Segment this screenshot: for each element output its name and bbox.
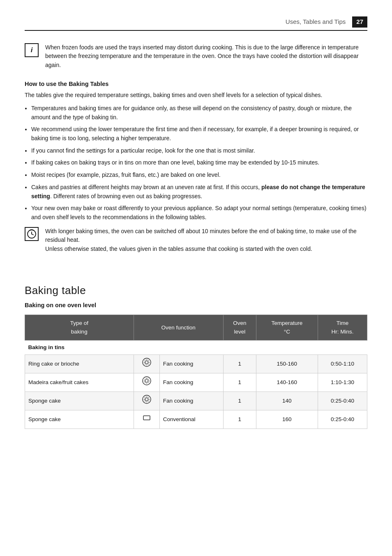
row-sponge1-level: 1	[223, 392, 256, 410]
table-row: Madeira cake/fruit cakes Fan cooking 1	[25, 373, 367, 392]
row-ring-cake-icon	[134, 355, 159, 373]
row-sponge1-temp: 140	[256, 392, 318, 410]
clock-text-2: Unless otherwise stated, the values give…	[45, 246, 312, 252]
baking-table-section: Baking table Baking on one oven level Ty…	[25, 283, 367, 429]
clock-icon	[25, 227, 39, 241]
col-temperature: Temperature°C	[256, 315, 318, 341]
row-madeira-level: 1	[223, 373, 256, 392]
section-label-baking-in-tins: Baking in tins	[25, 340, 367, 354]
row-ring-cake-type: Ring cake or brioche	[25, 355, 134, 373]
bullet-2: We recommend using the lower temperature…	[31, 125, 367, 143]
col-oven-level: Ovenlevel	[223, 315, 256, 341]
svg-point-4	[145, 361, 148, 364]
info-block-clock: With longer baking times, the oven can b…	[25, 227, 367, 254]
row-ring-cake-function: Fan cooking	[159, 355, 223, 373]
row-madeira-type: Madeira cake/fruit cakes	[25, 373, 134, 392]
row-sponge2-level: 1	[223, 410, 256, 429]
row-madeira-time: 1:10-1:30	[318, 373, 367, 392]
row-sponge1-icon	[134, 392, 159, 410]
row-sponge2-icon	[134, 410, 159, 429]
baking-table: Type ofbaking Oven function Ovenlevel Te…	[25, 315, 367, 429]
bullet-4: If baking cakes on baking trays or in ti…	[31, 158, 367, 167]
row-ring-cake-level: 1	[223, 355, 256, 373]
svg-point-7	[143, 395, 151, 403]
svg-line-2	[32, 234, 33, 235]
bullet-1: Temperatures and baking times are for gu…	[31, 104, 367, 122]
table-row: Sponge cake Fan cooking 1 140	[25, 392, 367, 410]
info-frozen-text: When frozen foods are used the trays ins…	[45, 43, 367, 70]
col-type-of-baking: Type ofbaking	[25, 315, 134, 341]
info-icon: i	[25, 43, 39, 57]
bullet-3: If you cannot find the settings for a pa…	[31, 146, 367, 155]
section-baking-in-tins: Baking in tins	[25, 340, 367, 354]
row-sponge2-time: 0:25-0:40	[318, 410, 367, 429]
row-sponge1-time: 0:25-0:40	[318, 392, 367, 410]
page-header: Uses, Tables and Tips 27	[25, 16, 367, 31]
row-sponge2-temp: 160	[256, 410, 318, 429]
header-title: Uses, Tables and Tips	[286, 17, 346, 27]
clock-text-1: With longer baking times, the oven can b…	[45, 228, 357, 243]
row-madeira-temp: 140-160	[256, 373, 318, 392]
how-to-use-heading: How to use the Baking Tables	[25, 80, 367, 89]
table-header-row: Type ofbaking Oven function Ovenlevel Te…	[25, 315, 367, 341]
how-to-use-section: How to use the Baking Tables The tables …	[25, 80, 367, 222]
svg-rect-9	[143, 416, 150, 420]
row-sponge1-function: Fan cooking	[159, 392, 223, 410]
bullet-5: Moist recipes (for example, pizzas, frui…	[31, 171, 367, 180]
row-sponge2-type: Sponge cake	[25, 410, 134, 429]
svg-point-6	[145, 380, 148, 382]
row-sponge1-type: Sponge cake	[25, 392, 134, 410]
page: Uses, Tables and Tips 27 i When frozen f…	[0, 0, 392, 556]
col-oven-function: Oven function	[134, 315, 223, 341]
how-to-use-intro: The tables give the required temperature…	[25, 91, 367, 100]
col-time: TimeHr: Mins.	[318, 315, 367, 341]
row-ring-cake-temp: 150-160	[256, 355, 318, 373]
svg-point-3	[143, 358, 151, 366]
table-row: Sponge cake Conventional 1 160 0:25-0:40	[25, 410, 367, 429]
info-block-frozen: i When frozen foods are used the trays i…	[25, 43, 367, 70]
page-number: 27	[352, 16, 367, 28]
row-sponge2-function: Conventional	[159, 410, 223, 429]
bullet-7: Your new oven may bake or roast differen…	[31, 204, 367, 222]
svg-point-5	[143, 377, 151, 385]
bullet-6: Cakes and pastries at different heights …	[31, 183, 367, 201]
baking-table-sub-heading: Baking on one oven level	[25, 301, 367, 310]
how-to-use-bullets: Temperatures and baking times are for gu…	[31, 104, 367, 222]
bold-warning: please do not change the temperature set…	[31, 184, 365, 199]
row-madeira-icon	[134, 373, 159, 392]
row-madeira-function: Fan cooking	[159, 373, 223, 392]
baking-table-main-heading: Baking table	[25, 283, 367, 299]
table-row: Ring cake or brioche Fan cooking 1	[25, 355, 367, 373]
info-clock-text: With longer baking times, the oven can b…	[45, 227, 367, 254]
row-ring-cake-time: 0:50-1:10	[318, 355, 367, 373]
svg-point-8	[145, 398, 148, 401]
